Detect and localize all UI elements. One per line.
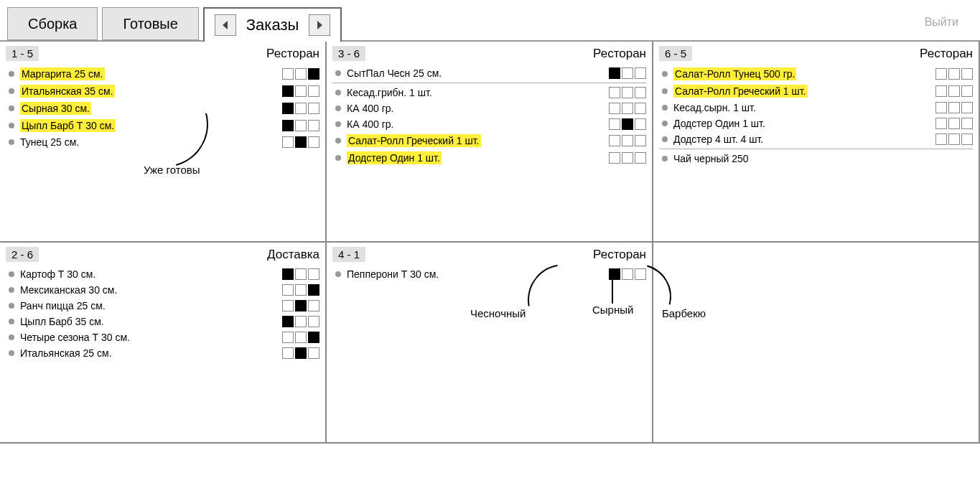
order-item[interactable]: Салат-Ролл Греческий 1 шт. bbox=[659, 83, 973, 100]
order-item[interactable]: Итальянская 25 см. bbox=[6, 345, 319, 361]
sauce-box[interactable] bbox=[295, 332, 307, 343]
order-item[interactable]: Тунец 25 см. bbox=[6, 134, 319, 150]
sauce-box[interactable] bbox=[622, 103, 633, 114]
order-item[interactable]: КА 400 гр. bbox=[332, 100, 646, 116]
sauce-box[interactable] bbox=[295, 284, 307, 296]
sauce-box[interactable] bbox=[609, 118, 620, 130]
sauce-box[interactable] bbox=[308, 347, 319, 359]
sauce-box[interactable] bbox=[635, 135, 646, 146]
order-item[interactable]: Салат-Ролл Греческий 1 шт. bbox=[332, 132, 646, 149]
sauce-box[interactable] bbox=[282, 300, 294, 311]
sauce-box[interactable] bbox=[948, 102, 960, 113]
sauce-box[interactable] bbox=[308, 268, 319, 280]
sauce-box[interactable] bbox=[308, 120, 319, 131]
sauce-box[interactable] bbox=[609, 103, 620, 114]
sauce-box[interactable] bbox=[308, 85, 319, 97]
sauce-box[interactable] bbox=[282, 332, 294, 343]
order-item[interactable]: КА 400 гр. bbox=[332, 116, 646, 132]
order-item[interactable]: Пепперони Т 30 см. bbox=[332, 266, 646, 282]
sauce-box[interactable] bbox=[295, 68, 307, 80]
logout-link[interactable]: Выйти bbox=[925, 16, 958, 29]
sauce-box[interactable] bbox=[282, 347, 294, 359]
sauce-box[interactable] bbox=[635, 87, 646, 98]
sauce-box[interactable] bbox=[609, 135, 620, 146]
order-item[interactable]: Додстер Один 1 шт. bbox=[332, 149, 646, 167]
sauce-box[interactable] bbox=[609, 152, 620, 164]
sauce-box[interactable] bbox=[622, 118, 633, 130]
sauce-box[interactable] bbox=[635, 118, 646, 130]
sauce-box[interactable] bbox=[282, 284, 294, 296]
sauce-box[interactable] bbox=[295, 120, 307, 131]
order-item[interactable]: Кесад.сырн. 1 шт. bbox=[659, 100, 973, 116]
sauce-box[interactable] bbox=[622, 135, 633, 146]
order-item[interactable]: СытПал Чесн 25 см. bbox=[332, 65, 646, 81]
sauce-box[interactable] bbox=[935, 133, 947, 145]
order-item[interactable]: Ранч пицца 25 см. bbox=[6, 298, 319, 314]
tab-assembly[interactable]: Сборка bbox=[7, 7, 98, 40]
sauce-box[interactable] bbox=[635, 67, 646, 79]
order-item[interactable]: Мексиканская 30 см. bbox=[6, 282, 319, 298]
sauce-box[interactable] bbox=[961, 102, 973, 113]
order-item[interactable]: Додстер 4 шт. 4 шт. bbox=[659, 131, 973, 147]
order-item[interactable]: Итальянская 35 см. bbox=[6, 83, 319, 100]
order-item[interactable]: Цыпл Барб Т 30 см. bbox=[6, 117, 319, 134]
sauce-box[interactable] bbox=[308, 103, 319, 114]
sauce-box[interactable] bbox=[935, 118, 947, 129]
sauce-box[interactable] bbox=[948, 133, 960, 145]
sauce-box[interactable] bbox=[295, 85, 307, 97]
order-item[interactable]: Маргарита 25 см. bbox=[6, 65, 319, 83]
sauce-box[interactable] bbox=[609, 87, 620, 98]
sauce-box[interactable] bbox=[609, 268, 620, 280]
sauce-box[interactable] bbox=[282, 103, 294, 114]
sauce-box[interactable] bbox=[282, 268, 294, 280]
sauce-box[interactable] bbox=[948, 85, 960, 97]
sauce-box[interactable] bbox=[295, 136, 307, 148]
sauce-box[interactable] bbox=[308, 68, 319, 80]
sauce-box[interactable] bbox=[295, 103, 307, 114]
sauce-box[interactable] bbox=[635, 103, 646, 114]
sauce-box[interactable] bbox=[295, 316, 307, 327]
sauce-box[interactable] bbox=[308, 136, 319, 148]
sauce-box[interactable] bbox=[948, 118, 960, 129]
sauce-box[interactable] bbox=[961, 85, 973, 97]
sauce-box[interactable] bbox=[948, 68, 960, 80]
sauce-box[interactable] bbox=[961, 133, 973, 145]
sauce-box[interactable] bbox=[282, 68, 294, 80]
sauce-box[interactable] bbox=[295, 268, 307, 280]
sauce-box[interactable] bbox=[609, 67, 620, 79]
sauce-box[interactable] bbox=[282, 136, 294, 148]
orders-next-button[interactable] bbox=[309, 14, 330, 36]
tab-ready[interactable]: Готовые bbox=[102, 7, 198, 40]
sauce-box[interactable] bbox=[295, 300, 307, 311]
orders-prev-button[interactable] bbox=[215, 14, 236, 36]
sauce-box[interactable] bbox=[282, 120, 294, 131]
sauce-box[interactable] bbox=[622, 152, 633, 164]
sauce-box[interactable] bbox=[635, 268, 646, 280]
sauce-box[interactable] bbox=[308, 316, 319, 327]
sauce-box[interactable] bbox=[622, 67, 633, 79]
sauce-box[interactable] bbox=[622, 268, 633, 280]
sauce-box[interactable] bbox=[308, 284, 319, 296]
sauce-box[interactable] bbox=[935, 85, 947, 97]
sauce-boxes bbox=[282, 103, 319, 114]
sauce-box[interactable] bbox=[935, 102, 947, 113]
sauce-box[interactable] bbox=[282, 316, 294, 327]
sauce-box[interactable] bbox=[295, 347, 307, 359]
order-item[interactable]: Сырная 30 см. bbox=[6, 100, 319, 117]
sauce-box[interactable] bbox=[282, 85, 294, 97]
sauce-box[interactable] bbox=[308, 300, 319, 311]
order-item[interactable]: Четыре сезона Т 30 см. bbox=[6, 329, 319, 345]
order-item[interactable]: Цыпл Барб 35 см. bbox=[6, 314, 319, 329]
order-item[interactable]: Салат-Ролл Тунец 500 гр. bbox=[659, 65, 973, 83]
order-item[interactable]: Кесад.грибн. 1 шт. bbox=[332, 85, 646, 100]
sauce-box[interactable] bbox=[622, 87, 633, 98]
item-left: Кесад.сырн. 1 шт. bbox=[659, 102, 756, 113]
order-item[interactable]: Чай черный 250 bbox=[659, 151, 973, 167]
sauce-box[interactable] bbox=[308, 332, 319, 343]
order-item[interactable]: Додстер Один 1 шт. bbox=[659, 116, 973, 131]
sauce-box[interactable] bbox=[935, 68, 947, 80]
sauce-box[interactable] bbox=[961, 118, 973, 129]
sauce-box[interactable] bbox=[635, 152, 646, 164]
order-item[interactable]: Картоф Т 30 см. bbox=[6, 266, 319, 282]
sauce-box[interactable] bbox=[961, 68, 973, 80]
